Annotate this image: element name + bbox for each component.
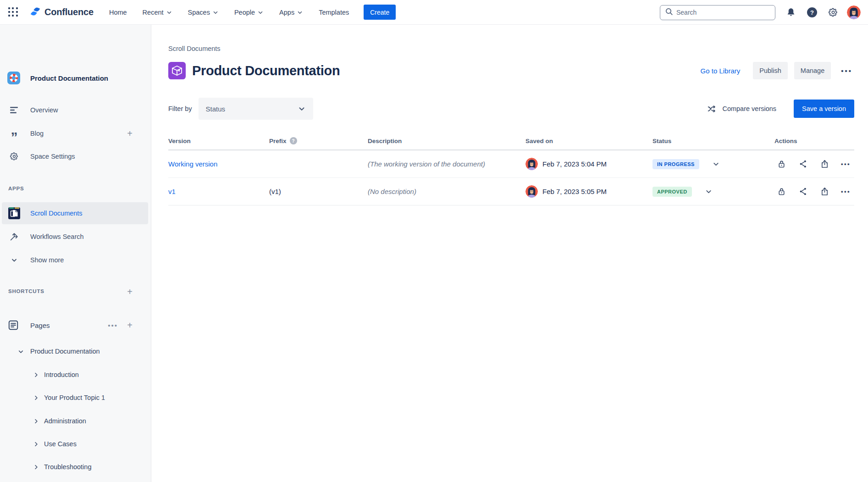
sidebar-item-blog[interactable]: ” Blog + xyxy=(0,122,151,145)
table-header-row: Version Prefix ? Description Saved on St… xyxy=(168,132,854,150)
saved-on-date: Feb 7, 2023 5:05 PM xyxy=(542,188,607,195)
nav-spaces[interactable]: Spaces xyxy=(188,9,219,16)
sidebar-show-more[interactable]: Show more xyxy=(0,249,151,271)
nav-apps[interactable]: Apps xyxy=(279,9,303,16)
prefix-help-icon[interactable]: ? xyxy=(290,137,297,144)
sidebar-item-space-settings[interactable]: Space Settings xyxy=(0,145,151,168)
svg-text:?: ? xyxy=(810,9,814,16)
tree-item-release-notes[interactable]: Release Notes xyxy=(0,478,151,482)
save-a-version-button[interactable]: Save a version xyxy=(794,100,854,118)
sidebar-item-workflows-search[interactable]: Workflows Search xyxy=(0,225,151,248)
tree-item-use-cases[interactable]: Use Cases xyxy=(0,432,151,455)
chevron-down-icon xyxy=(297,9,303,16)
version-link[interactable]: Working version xyxy=(168,160,217,168)
sidebar-item-label: Show more xyxy=(30,256,64,264)
column-header-status: Status xyxy=(652,138,774,144)
add-shortcut-button[interactable]: + xyxy=(127,287,133,296)
row-more-actions-button[interactable]: ••• xyxy=(841,188,851,195)
chevron-right-icon[interactable] xyxy=(33,418,39,425)
publish-button[interactable]: Publish xyxy=(753,62,788,79)
breadcrumb[interactable]: Scroll Documents xyxy=(168,45,221,52)
column-header-prefix: Prefix ? xyxy=(269,137,368,144)
gear-icon xyxy=(7,152,21,161)
nav-people[interactable]: People xyxy=(234,9,264,16)
status-filter-dropdown[interactable]: Status xyxy=(199,98,313,120)
tree-item-label: Troubleshooting xyxy=(44,463,91,471)
nav-templates[interactable]: Templates xyxy=(319,9,349,16)
chevron-down-icon xyxy=(257,9,264,16)
chevron-right-icon[interactable] xyxy=(33,394,39,401)
confluence-logo[interactable]: Confluence xyxy=(29,6,94,19)
compare-shuffle-icon xyxy=(707,104,717,114)
sidebar-item-label: Workflows Search xyxy=(30,233,84,240)
search-icon xyxy=(665,7,673,17)
create-button[interactable]: Create xyxy=(364,5,396,20)
table-row: v1 (v1) (No description) Feb 7, 2023 5:0… xyxy=(168,178,854,205)
sidebar-item-label: Blog xyxy=(30,130,44,137)
more-actions-button[interactable]: ••• xyxy=(839,64,854,78)
saved-by-avatar xyxy=(525,185,538,198)
lock-icon[interactable] xyxy=(776,187,786,197)
version-link[interactable]: v1 xyxy=(168,188,176,195)
space-sidebar: Product Documentation Overview ” Blog + … xyxy=(0,25,151,482)
column-header-version: Version xyxy=(168,138,269,144)
notifications-bell-icon[interactable] xyxy=(784,5,798,20)
sidebar-item-overview[interactable]: Overview xyxy=(0,99,151,122)
sidebar-item-label: Overview xyxy=(30,106,58,114)
status-badge[interactable]: IN PROGRESS xyxy=(652,159,699,169)
main-content: Scroll Documents Product Documentation G… xyxy=(151,25,868,482)
confluence-logo-icon xyxy=(29,6,41,19)
chevron-right-icon[interactable] xyxy=(33,371,39,378)
tree-item-administration[interactable]: Administration xyxy=(0,410,151,432)
export-icon[interactable] xyxy=(819,187,829,197)
chevron-down-icon xyxy=(7,256,21,264)
tree-item-troubleshooting[interactable]: Troubleshooting xyxy=(0,455,151,478)
search-box[interactable] xyxy=(660,5,775,20)
column-header-actions: Actions xyxy=(774,138,854,144)
workflows-icon xyxy=(7,232,21,242)
sidebar-item-scroll-documents[interactable]: Scroll Documents xyxy=(2,202,148,224)
sidebar-item-label: Scroll Documents xyxy=(30,210,83,217)
pages-icon xyxy=(6,319,20,331)
manage-button[interactable]: Manage xyxy=(794,62,831,79)
version-description: (The working version of the document) xyxy=(368,160,485,168)
lock-icon[interactable] xyxy=(776,159,786,169)
tree-item-product-documentation[interactable]: Product Documentation xyxy=(0,340,151,363)
filter-selected-value: Status xyxy=(206,105,226,113)
nav-recent[interactable]: Recent xyxy=(143,9,172,16)
tree-item-introduction[interactable]: Introduction xyxy=(0,363,151,386)
create-page-button[interactable]: + xyxy=(127,321,133,330)
tree-item-label: Product Documentation xyxy=(30,348,100,355)
settings-gear-icon[interactable] xyxy=(826,5,840,20)
search-input[interactable] xyxy=(676,9,763,16)
chevron-down-icon[interactable] xyxy=(17,348,24,355)
app-switcher-icon[interactable] xyxy=(8,7,18,17)
compare-versions-button[interactable]: Compare versions xyxy=(707,104,776,114)
share-icon[interactable] xyxy=(798,159,808,169)
tree-item-your-product-topic-1[interactable]: Your Product Topic 1 xyxy=(0,386,151,409)
chevron-right-icon[interactable] xyxy=(33,441,39,448)
nav-home[interactable]: Home xyxy=(109,9,127,16)
chevron-down-icon xyxy=(166,9,172,16)
status-chevron-icon[interactable] xyxy=(712,160,720,168)
export-icon[interactable] xyxy=(819,159,829,169)
version-prefix: (v1) xyxy=(269,188,281,195)
help-icon[interactable]: ? xyxy=(805,5,819,20)
share-icon[interactable] xyxy=(798,187,808,197)
status-badge[interactable]: APPROVED xyxy=(652,187,692,197)
space-name: Product Documentation xyxy=(30,74,108,82)
add-blog-button[interactable]: + xyxy=(127,129,133,138)
go-to-library-link[interactable]: Go to Library xyxy=(701,67,741,75)
space-header[interactable]: Product Documentation xyxy=(0,67,151,89)
versions-table: Version Prefix ? Description Saved on St… xyxy=(168,132,854,205)
row-more-actions-button[interactable]: ••• xyxy=(841,161,851,167)
table-row: Working version (The working version of … xyxy=(168,150,854,178)
status-chevron-icon[interactable] xyxy=(705,188,713,195)
user-avatar[interactable] xyxy=(847,6,861,19)
column-header-saved-on: Saved on xyxy=(525,138,652,144)
chevron-right-icon[interactable] xyxy=(33,464,39,471)
sidebar-pages-row[interactable]: Pages ••• + xyxy=(0,314,151,337)
pages-more-button[interactable]: ••• xyxy=(108,321,118,329)
logo-text: Confluence xyxy=(44,7,94,17)
primary-nav: Home Recent Spaces People Apps Templates xyxy=(109,9,349,16)
